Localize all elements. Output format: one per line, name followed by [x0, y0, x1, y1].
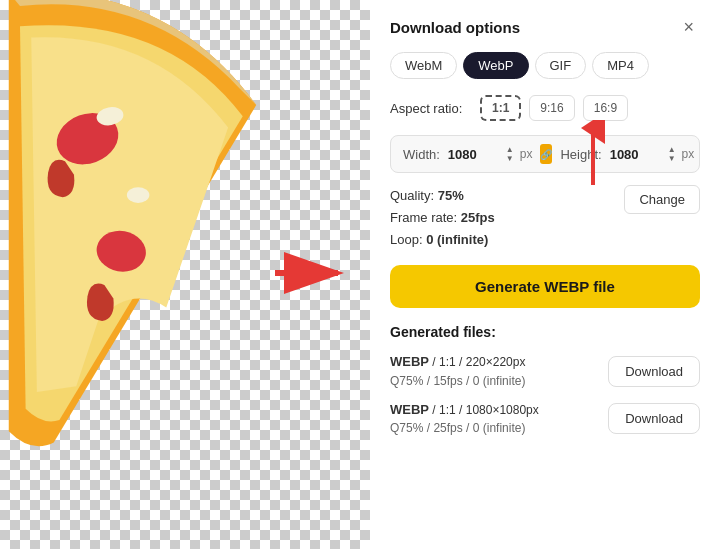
width-spinners: ▲ ▼ [504, 146, 516, 163]
generate-button[interactable]: Generate WEBP file [390, 265, 700, 308]
width-down-btn[interactable]: ▼ [504, 155, 516, 163]
loop-value: 0 (infinite) [426, 232, 488, 247]
width-input-wrap: ▲ ▼ px [448, 146, 533, 163]
panel-title: Download options [390, 19, 520, 36]
tab-gif[interactable]: GIF [535, 52, 587, 79]
height-down-btn[interactable]: ▼ [666, 155, 678, 163]
file-item-2: WEBP / 1:1 / 1080×1080px Q75% / 25fps / … [390, 400, 700, 438]
frame-rate-line: Frame rate: 25fps [390, 207, 495, 229]
change-button[interactable]: Change [624, 185, 700, 214]
quality-line: Quality: 75% [390, 185, 495, 207]
download-button-1[interactable]: Download [608, 356, 700, 387]
height-unit: px [682, 147, 695, 161]
tab-webp[interactable]: WebP [463, 52, 528, 79]
link-dimensions-icon[interactable]: 🔗 [540, 144, 552, 164]
file-info-2: WEBP / 1:1 / 1080×1080px Q75% / 25fps / … [390, 400, 539, 438]
width-up-btn[interactable]: ▲ [504, 146, 516, 154]
frame-rate-value: 25fps [461, 210, 495, 225]
format-tabs: WebM WebP GIF MP4 [390, 52, 700, 79]
loop-line: Loop: 0 (infinite) [390, 229, 495, 251]
width-label: Width: [403, 147, 440, 162]
file-name-1: WEBP / 1:1 / 220×220px [390, 352, 525, 372]
aspect-ratio-label: Aspect ratio: [390, 101, 470, 116]
file-info-1: WEBP / 1:1 / 220×220px Q75% / 15fps / 0 … [390, 352, 525, 390]
quality-value: 75% [438, 188, 464, 203]
quality-info: Quality: 75% Frame rate: 25fps Loop: 0 (… [390, 185, 495, 251]
height-spinners: ▲ ▼ [666, 146, 678, 163]
generated-files-section: Generated files: WEBP / 1:1 / 220×220px … [390, 324, 700, 437]
aspect-option-16-9[interactable]: 16:9 [583, 95, 628, 121]
generated-files-title: Generated files: [390, 324, 700, 340]
tab-webm[interactable]: WebM [390, 52, 457, 79]
panel-header: Download options × [390, 16, 700, 38]
arrow-annotation [270, 243, 350, 307]
checkerboard-bg [0, 0, 370, 549]
aspect-ratio-options: 1:1 9:16 16:9 [480, 95, 628, 121]
aspect-option-1-1[interactable]: 1:1 [480, 95, 521, 121]
download-button-2[interactable]: Download [608, 403, 700, 434]
canvas-area [0, 0, 370, 549]
file-meta-1: Q75% / 15fps / 0 (infinite) [390, 372, 525, 390]
file-name-2: WEBP / 1:1 / 1080×1080px [390, 400, 539, 420]
aspect-ratio-row: Aspect ratio: 1:1 9:16 16:9 [390, 95, 700, 121]
aspect-option-9-16[interactable]: 9:16 [529, 95, 574, 121]
width-unit: px [520, 147, 533, 161]
height-input-wrap: ▲ ▼ px [610, 146, 695, 163]
up-arrow-annotation [568, 120, 618, 190]
quality-row: Quality: 75% Frame rate: 25fps Loop: 0 (… [390, 185, 700, 251]
file-meta-2: Q75% / 25fps / 0 (infinite) [390, 419, 539, 437]
close-button[interactable]: × [677, 16, 700, 38]
file-item-1: WEBP / 1:1 / 220×220px Q75% / 15fps / 0 … [390, 352, 700, 390]
download-panel: Download options × WebM WebP GIF MP4 Asp… [370, 0, 720, 549]
dimensions-row: Width: ▲ ▼ px 🔗 Height: ▲ ▼ px [390, 135, 700, 173]
width-input[interactable] [448, 147, 500, 162]
height-up-btn[interactable]: ▲ [666, 146, 678, 154]
tab-mp4[interactable]: MP4 [592, 52, 649, 79]
pizza-image [0, 0, 280, 510]
svg-point-3 [127, 187, 150, 203]
